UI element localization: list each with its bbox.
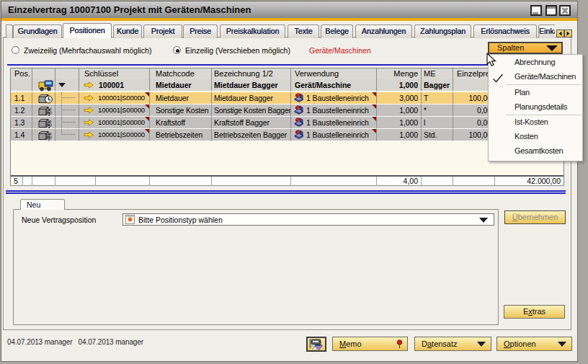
svg-text:$: $ (47, 119, 52, 129)
svg-text:$: $ (47, 107, 52, 117)
svg-text:$: $ (47, 131, 52, 141)
